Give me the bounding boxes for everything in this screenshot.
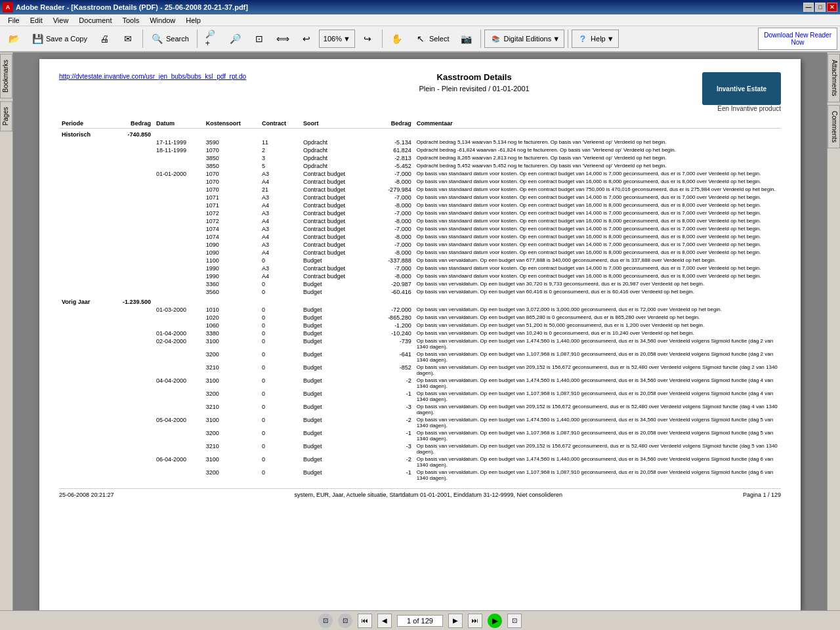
sep4 bbox=[480, 30, 481, 48]
fit-width-button[interactable]: ⟺ bbox=[272, 29, 294, 49]
page-input[interactable] bbox=[397, 615, 443, 627]
save-copy-button[interactable]: 💾 Save a Copy bbox=[26, 29, 92, 49]
cell-kostensoort: 3100 bbox=[203, 377, 259, 390]
cell-kostensoort: 1070 bbox=[203, 170, 259, 178]
group-name: Vorig Jaar bbox=[59, 296, 107, 306]
email-button[interactable]: ✉ bbox=[117, 29, 139, 49]
save-copy-label: Save a Copy bbox=[46, 35, 87, 43]
cell-bedrag-spacer bbox=[107, 249, 154, 257]
menu-tools[interactable]: Tools bbox=[117, 15, 145, 26]
pdf-header: http://dvtestate.invantive.com/usr_jen_b… bbox=[59, 72, 781, 112]
table-row: 17-11-1999 3590 11 Opdracht -5.134 Opdra… bbox=[59, 138, 781, 146]
cell-bedrag: -2 bbox=[374, 416, 414, 429]
zoom-in-button[interactable]: 🔎+ bbox=[201, 29, 223, 49]
zoom-back-button[interactable]: ↩ bbox=[295, 29, 318, 49]
cell-bedrag-spacer bbox=[107, 377, 154, 390]
nav-extra-button[interactable]: ⊡ bbox=[507, 614, 522, 628]
cell-kostensoort: 1070 bbox=[203, 178, 259, 186]
snapshot-button[interactable]: 📷 bbox=[455, 29, 477, 49]
minimize-button[interactable]: — bbox=[803, 3, 814, 12]
group-amount: -1.239.500 bbox=[107, 296, 154, 306]
menu-help[interactable]: Help bbox=[180, 15, 206, 26]
cell-contract: 0 bbox=[259, 377, 301, 390]
help-label: Help bbox=[591, 35, 606, 43]
group-name: Historisch bbox=[59, 129, 107, 139]
document-area[interactable]: http://dvtestate.invantive.com/usr_jen_b… bbox=[13, 52, 827, 610]
cell-spacer bbox=[367, 186, 374, 194]
zoom-back-icon: ↩ bbox=[300, 32, 313, 45]
cell-datum bbox=[154, 314, 203, 322]
cell-soort: Contract budget bbox=[301, 225, 367, 233]
pages-tab[interactable]: Pages bbox=[0, 101, 12, 131]
table-row: 1090 A4 Contract budget -8.000 Op basis … bbox=[59, 249, 781, 257]
cell-periode bbox=[59, 403, 107, 416]
cell-comment: Op basis van standaard datum voor kosten… bbox=[414, 170, 781, 178]
menu-edit[interactable]: Edit bbox=[25, 15, 48, 26]
maximize-button[interactable]: □ bbox=[815, 3, 826, 12]
cell-spacer bbox=[367, 469, 374, 482]
cell-bedrag: -2.813 bbox=[374, 154, 414, 162]
menu-view[interactable]: View bbox=[48, 15, 74, 26]
comments-tab[interactable]: Comments bbox=[828, 105, 840, 148]
cell-kostensoort: 3380 bbox=[203, 329, 259, 337]
zoom-tools[interactable]: 🔎 bbox=[224, 29, 247, 49]
cell-datum bbox=[154, 249, 203, 257]
menu-document[interactable]: Document bbox=[74, 15, 117, 26]
table-row: 3200 0 Budget -1 Op basis van vervaldatu… bbox=[59, 429, 781, 442]
cell-spacer bbox=[367, 241, 374, 249]
cell-periode bbox=[59, 329, 107, 337]
cell-comment: Opdracht bedrag 8,265 waarvan 2,813 nog … bbox=[414, 154, 781, 162]
url-link[interactable]: http://dvtestate.invantive.com/usr_jen_b… bbox=[59, 73, 246, 80]
digital-editions-button[interactable]: 📚 Digital Editions ▼ bbox=[484, 30, 564, 48]
cell-bedrag: -2 bbox=[374, 377, 414, 390]
cell-spacer bbox=[367, 364, 374, 377]
close-button[interactable]: ✕ bbox=[827, 3, 837, 12]
cell-bedrag-spacer bbox=[107, 257, 154, 264]
attachments-tab[interactable]: Attachments bbox=[828, 54, 840, 102]
cell-bedrag: -7.000 bbox=[374, 209, 414, 217]
hand-tool-button[interactable]: ✋ bbox=[386, 29, 408, 49]
nav-next-button[interactable]: ▶ bbox=[448, 614, 463, 628]
cell-periode bbox=[59, 217, 107, 225]
zoom-dropdown[interactable]: 106% ▼ bbox=[319, 30, 355, 48]
zoom-value: 106% bbox=[324, 35, 342, 43]
cell-soort: Contract budget bbox=[301, 186, 367, 194]
cell-periode bbox=[59, 314, 107, 322]
cell-bedrag-spacer bbox=[107, 329, 154, 337]
cell-spacer bbox=[367, 337, 374, 350]
help-button[interactable]: ? Help ▼ bbox=[572, 30, 619, 48]
menu-file[interactable]: File bbox=[3, 15, 25, 26]
print-button[interactable]: 🖨 bbox=[93, 29, 116, 49]
table-row: 3210 0 Budget -852 Op basis van vervalda… bbox=[59, 364, 781, 377]
open-button[interactable]: 📂 bbox=[3, 29, 25, 49]
cell-bedrag: -3 bbox=[374, 403, 414, 416]
bookmarks-tab[interactable]: Bookmarks bbox=[0, 54, 12, 98]
cell-kostensoort: 3210 bbox=[203, 403, 259, 416]
cell-spacer bbox=[367, 201, 374, 209]
cell-bedrag: -7.000 bbox=[374, 170, 414, 178]
zoom-forward-button[interactable]: ↪ bbox=[356, 29, 379, 49]
nav-prev-button[interactable]: ◀ bbox=[377, 614, 392, 628]
menu-window[interactable]: Window bbox=[144, 15, 180, 26]
cell-soort: Budget bbox=[301, 314, 367, 322]
cell-contract: A3 bbox=[259, 209, 301, 217]
col-bedrag-header: Bedrag bbox=[107, 119, 154, 129]
col-kostensoort: Kostensoort bbox=[203, 119, 259, 129]
nav-first-button[interactable]: ⏮ bbox=[358, 614, 372, 628]
select-button[interactable]: ↖ Select bbox=[410, 29, 454, 49]
hand-icon: ✋ bbox=[390, 32, 404, 45]
cell-spacer bbox=[367, 178, 374, 186]
cell-bedrag: -1.200 bbox=[374, 322, 414, 329]
pdf-logo: Invantive Estate bbox=[702, 72, 781, 105]
cell-contract: 0 bbox=[259, 442, 301, 455]
nav-last-button[interactable]: ⏭ bbox=[468, 614, 482, 628]
cell-soort: Opdracht bbox=[301, 154, 367, 162]
download-reader-button[interactable]: Download New Reader Now bbox=[758, 28, 837, 50]
cell-datum: 17-11-1999 bbox=[154, 138, 203, 146]
cell-comment: Op basis van vervaldatum. Op een budget … bbox=[414, 350, 781, 364]
cell-kostensoort: 1071 bbox=[203, 194, 259, 201]
search-button[interactable]: 🔍 Search bbox=[146, 29, 194, 49]
cell-soort: Budget bbox=[301, 377, 367, 390]
fit-page-button[interactable]: ⊡ bbox=[248, 29, 270, 49]
table-row: 01-04-2000 3380 0 Budget -10.240 Op basi… bbox=[59, 329, 781, 337]
